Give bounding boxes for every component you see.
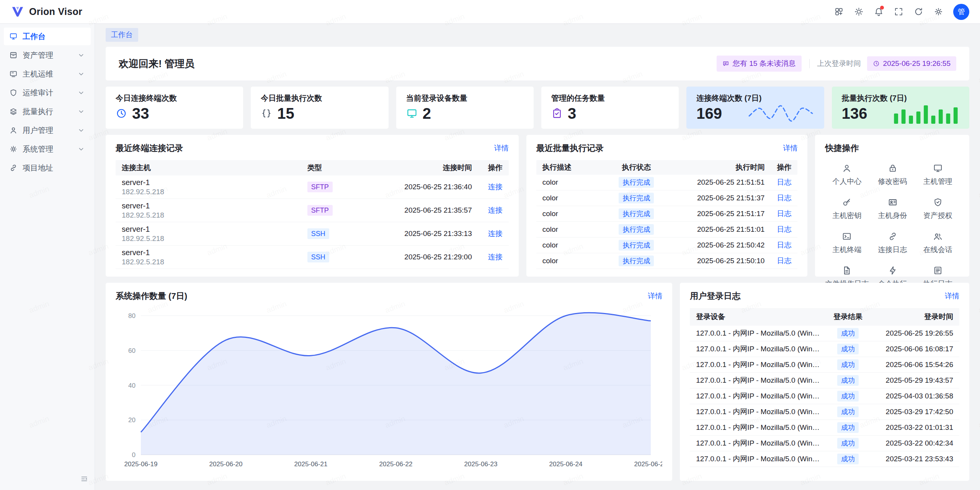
sidebar-item-1[interactable]: 资产管理 <box>4 46 91 64</box>
main-content: 工作台 欢迎回来! 管理员 您有 15 条未读消息 上次登录时间 2025-06… <box>95 24 980 490</box>
connect-link[interactable]: 连接 <box>488 206 503 214</box>
stat-card-5: 批量执行次数 (7日) 136 <box>832 87 969 129</box>
result-badge: 成功 <box>837 422 859 433</box>
header-action-3[interactable] <box>890 3 907 21</box>
terminal-records-detail-link[interactable]: 详情 <box>494 143 509 153</box>
sidebar-item-2[interactable]: 主机运维 <box>4 65 91 83</box>
person-icon <box>9 126 18 134</box>
stat-label: 连接终端次数 (7日) <box>696 93 814 103</box>
welcome-card: 欢迎回来! 管理员 您有 15 条未读消息 上次登录时间 2025-06-25 … <box>106 47 969 80</box>
login-device: 127.0.0.1 - 内网IP - Mozilla/5.0 (Windows … <box>696 438 827 448</box>
quick-action-4[interactable]: 主机身份 <box>871 197 914 221</box>
quick-action-0[interactable]: 个人中心 <box>825 163 869 187</box>
system-ops-card: 系统操作数量 (7日) 详情 0204060802025-06-192025-0… <box>106 283 672 481</box>
login-time: 2025-03-21 23:53:43 <box>869 455 953 463</box>
table-row: color 执行完成 2025-06-25 21:50:10 日志 <box>536 253 798 269</box>
log-link[interactable]: 日志 <box>777 210 791 218</box>
log-link[interactable]: 日志 <box>777 178 791 186</box>
brand[interactable]: Orion Visor <box>11 5 82 19</box>
quick-action-label: 主机管理 <box>923 177 952 187</box>
col-header: 登录结果 <box>827 312 869 322</box>
quick-action-8[interactable]: 在线会话 <box>916 231 959 255</box>
login-logs-detail-link[interactable]: 详情 <box>945 291 959 301</box>
svg-text:0: 0 <box>132 451 136 459</box>
connect-link[interactable]: 连接 <box>488 253 503 261</box>
refresh-icon <box>914 7 923 16</box>
table-row: color 执行完成 2025-06-25 21:50:42 日志 <box>536 238 798 253</box>
exec-desc: color <box>542 257 604 265</box>
type-tag: SFTP <box>307 182 333 192</box>
table-row: 127.0.0.1 - 内网IP - Mozilla/5.0 (Windows … <box>690 357 959 373</box>
task-icon <box>551 108 563 119</box>
batch-icon <box>9 107 18 116</box>
result-badge: 成功 <box>837 454 859 464</box>
quick-action-1[interactable]: 修改密码 <box>871 163 914 187</box>
chevron-down-icon <box>77 51 85 59</box>
batch-records-detail-link[interactable]: 详情 <box>783 143 797 153</box>
chevron-down-icon <box>77 70 85 78</box>
table-header: 执行描述 执行状态 执行时间 操作 <box>536 160 798 175</box>
id-card-icon <box>888 197 898 207</box>
link-icon <box>9 164 18 172</box>
table-row: 127.0.0.1 - 内网IP - Mozilla/5.0 (Windows … <box>690 404 959 420</box>
exec-desc: color <box>542 178 604 187</box>
login-device: 127.0.0.1 - 内网IP - Mozilla/5.0 (Windows … <box>696 344 827 354</box>
sidebar-collapse-button[interactable] <box>78 472 91 485</box>
connect-link[interactable]: 连接 <box>488 229 503 238</box>
sidebar-item-label: 工作台 <box>23 31 72 42</box>
table-row: color 执行完成 2025-06-25 21:51:17 日志 <box>536 206 798 222</box>
panel-title: 最近终端连接记录 <box>116 143 183 154</box>
table-row: 127.0.0.1 - 内网IP - Mozilla/5.0 (Windows … <box>690 341 959 357</box>
sidebar-item-6[interactable]: 系统管理 <box>4 140 91 158</box>
sidebar-item-7[interactable]: 项目地址 <box>4 159 91 177</box>
sidebar-item-0[interactable]: 工作台 <box>4 28 91 45</box>
audit-icon <box>9 88 18 97</box>
braces-icon <box>261 108 272 119</box>
connect-time: 2025-06-25 21:35:57 <box>365 206 472 215</box>
collapse-icon <box>80 475 88 483</box>
quick-actions-card: 快捷操作 个人中心 修改密码 <box>815 135 969 277</box>
svg-text:40: 40 <box>128 382 136 389</box>
quick-action-6[interactable]: 主机终端 <box>825 231 869 255</box>
login-time: 2025-06-06 15:54:26 <box>869 361 953 369</box>
header-action-4[interactable] <box>910 3 927 21</box>
header-action-5[interactable] <box>929 3 947 21</box>
table-row: 127.0.0.1 - 内网IP - Mozilla/5.0 (Windows … <box>690 451 959 467</box>
table-header: 连接主机 类型 连接时间 操作 <box>116 160 509 175</box>
quick-action-3[interactable]: 主机密钥 <box>825 197 869 221</box>
quick-action-label: 修改密码 <box>878 177 907 187</box>
host-ip: 182.92.5.218 <box>122 234 307 244</box>
sidebar-item-5[interactable]: 用户管理 <box>4 121 91 139</box>
quick-action-5[interactable]: 资产授权 <box>916 197 959 221</box>
last-login-time-badge: 2025-06-25 19:26:55 <box>867 56 956 71</box>
header-action-2[interactable] <box>870 3 887 21</box>
exec-time: 2025-06-25 21:51:01 <box>669 225 764 234</box>
chevron-down-icon <box>77 88 85 97</box>
log-link[interactable]: 日志 <box>777 194 791 202</box>
host-name: server-1 <box>122 177 307 187</box>
unread-messages-badge[interactable]: 您有 15 条未读消息 <box>717 56 802 72</box>
sidebar-item-3[interactable]: 运维审计 <box>4 84 91 102</box>
quick-action-2[interactable]: 主机管理 <box>916 163 959 187</box>
log-link[interactable]: 日志 <box>777 257 791 265</box>
stat-label: 今日批量执行次数 <box>261 93 378 103</box>
user-avatar[interactable]: 管 <box>953 4 969 20</box>
host-ip: 182.92.5.218 <box>122 257 307 267</box>
connect-time: 2025-06-25 21:36:40 <box>365 183 472 191</box>
lock-icon <box>888 163 898 173</box>
log-link[interactable]: 日志 <box>777 241 791 249</box>
system-ops-detail-link[interactable]: 详情 <box>648 291 662 301</box>
log-link[interactable]: 日志 <box>777 225 791 233</box>
header-action-1[interactable] <box>850 3 867 21</box>
svg-text:2025-06-24: 2025-06-24 <box>549 461 583 468</box>
header-action-0[interactable] <box>830 3 848 21</box>
quick-actions-grid: 个人中心 修改密码 主机管理 <box>825 160 959 289</box>
widget-icon <box>834 7 844 16</box>
breadcrumb[interactable]: 工作台 <box>106 28 138 42</box>
quick-action-7[interactable]: 连接日志 <box>871 231 914 255</box>
sidebar-item-4[interactable]: 批量执行 <box>4 103 91 120</box>
header-actions: 管 <box>830 3 969 21</box>
table-row: color 执行完成 2025-06-25 21:51:37 日志 <box>536 190 798 206</box>
connect-link[interactable]: 连接 <box>488 183 503 191</box>
col-header: 操作 <box>764 162 791 172</box>
